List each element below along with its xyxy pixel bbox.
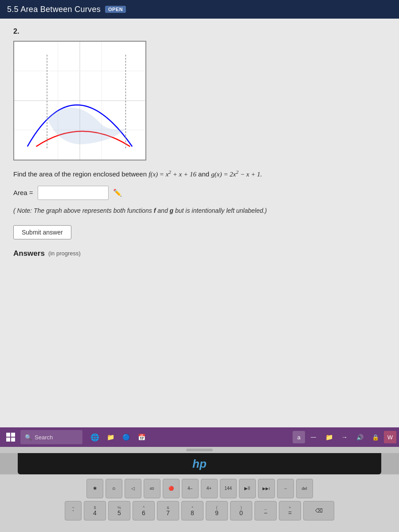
taskbar-minimize-icon[interactable]: — xyxy=(306,430,321,444)
taskbar-app-icons: 🌐 📁 🔵 📅 xyxy=(88,430,149,444)
status-badge: OPEN xyxy=(105,6,126,13)
hp-logo: hp xyxy=(192,457,207,471)
graph-container xyxy=(13,41,146,160)
taskbar-sound-icon[interactable]: 🔊 xyxy=(353,430,367,444)
key-5[interactable]: % 5 xyxy=(108,501,130,520)
area-label: Area = xyxy=(13,189,33,196)
screen-bezel-bottom xyxy=(0,447,399,453)
key-fn2[interactable]: ◁ xyxy=(125,479,141,498)
taskbar-w-icon[interactable]: W xyxy=(384,431,396,443)
taskbar-network-icon[interactable]: 🌐 xyxy=(88,430,102,444)
keyboard-number-row: ~ ` $ 4 % 5 ^ 6 & 7 * 8 ( 9 ) 0 xyxy=(9,501,390,520)
key-minus[interactable]: _ − xyxy=(254,501,277,520)
taskbar: 🔍 Search 🌐 📁 🔵 📅 a — 📁 → 🔊 🔒 W xyxy=(0,427,399,447)
area-input[interactable] xyxy=(38,186,109,200)
note-text: ( Note: The graph above represents both … xyxy=(13,206,386,215)
key-fn9[interactable]: ▶▶I xyxy=(258,479,275,498)
problem-text: Find the area of the region enclosed bet… xyxy=(13,168,386,180)
key-backspace[interactable]: ⌫ xyxy=(303,501,334,520)
key-0[interactable]: ) 0 xyxy=(230,501,252,520)
taskbar-browser-icon[interactable]: 🔵 xyxy=(119,430,133,444)
key-tilde[interactable]: ~ ` xyxy=(65,501,82,520)
key-8[interactable]: * 8 xyxy=(181,501,203,520)
taskbar-system-icons: a — 📁 → 🔊 🔒 W xyxy=(293,430,396,444)
key-fn4[interactable]: 🔴 xyxy=(163,479,180,498)
key-fn8[interactable]: ▶II xyxy=(239,479,256,498)
pencil-icon: ✏️ xyxy=(113,188,122,197)
key-4[interactable]: $ 4 xyxy=(84,501,106,520)
graph-svg xyxy=(14,42,145,160)
key-fn3[interactable]: 40 xyxy=(144,479,160,498)
answers-section: Answers (in progress) xyxy=(13,249,386,258)
problem-number: 2. xyxy=(13,27,386,35)
key-plus[interactable]: + = xyxy=(279,501,301,520)
title-bar: 5.5 Area Between Curves OPEN xyxy=(0,0,399,19)
submit-answer-button[interactable]: Submit answer xyxy=(13,225,71,239)
hp-logo-bar: hp xyxy=(18,453,381,474)
taskbar-a-icon[interactable]: a xyxy=(293,431,305,443)
key-9[interactable]: ( 9 xyxy=(206,501,228,520)
key-fn11[interactable]: del xyxy=(296,479,313,498)
taskbar-file-icon[interactable]: 📁 xyxy=(103,430,117,444)
key-escape[interactable]: ✱ xyxy=(86,479,103,498)
key-fn1[interactable]: ⊙ xyxy=(106,479,122,498)
taskbar-folder-icon[interactable]: 📁 xyxy=(322,430,336,444)
taskbar-lock-icon[interactable]: 🔒 xyxy=(368,430,383,444)
conjunction: and xyxy=(198,170,209,178)
key-7[interactable]: & 7 xyxy=(157,501,179,520)
search-label: Search xyxy=(35,434,53,441)
key-6[interactable]: ^ 6 xyxy=(133,501,155,520)
key-fn10[interactable]: → xyxy=(277,479,294,498)
key-fn7[interactable]: 144 xyxy=(220,479,237,498)
search-bar[interactable]: 🔍 Search xyxy=(20,430,82,444)
page-title: 5.5 Area Between Curves xyxy=(7,5,101,14)
windows-icon xyxy=(6,433,15,442)
taskbar-calendar-icon[interactable]: 📅 xyxy=(134,430,149,444)
g-formula: g(x) = 2x2 − x + 1. xyxy=(211,171,262,178)
taskbar-arrow-icon[interactable]: → xyxy=(337,430,352,444)
keyboard-fn-row: ✱ ⊙ ◁ 40 🔴 4– 4+ 144 xyxy=(9,479,390,498)
key-fn6[interactable]: 4+ xyxy=(201,479,218,498)
main-content: 2. xyxy=(0,19,399,427)
in-progress-badge: (in progress) xyxy=(48,250,81,257)
keyboard-area: ✱ ⊙ ◁ 40 🔴 4– 4+ 144 xyxy=(0,474,399,532)
answers-label: Answers xyxy=(13,249,45,258)
search-icon: 🔍 xyxy=(25,434,32,441)
bezel-notch xyxy=(186,449,213,451)
key-fn5[interactable]: 4– xyxy=(182,479,199,498)
windows-button[interactable] xyxy=(3,429,19,445)
area-row: Area = ✏️ xyxy=(13,186,386,200)
f-formula: f(x) = x2 + x + 16 xyxy=(149,171,196,178)
